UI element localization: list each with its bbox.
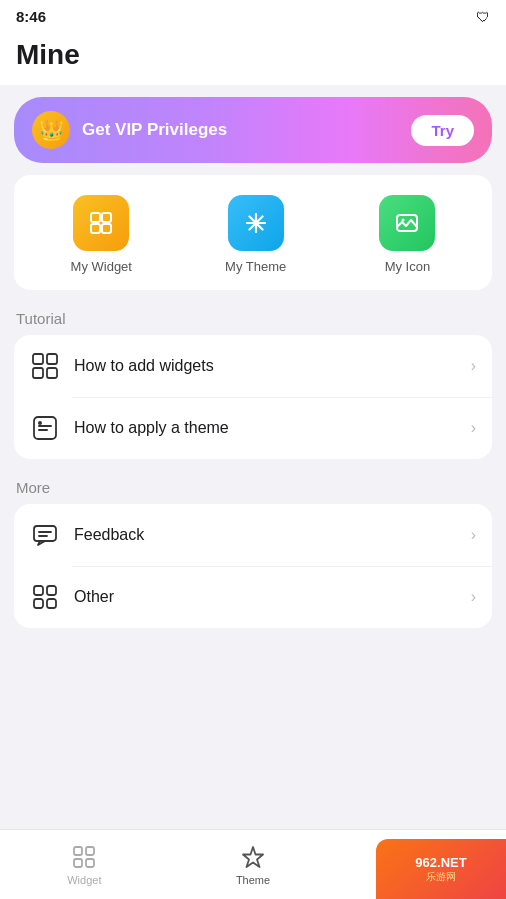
vip-banner-text: Get VIP Privileges xyxy=(82,120,399,140)
add-widgets-text: How to add widgets xyxy=(74,357,457,375)
svg-rect-21 xyxy=(34,586,43,595)
svg-rect-18 xyxy=(34,526,56,541)
svg-rect-0 xyxy=(91,213,100,222)
svg-rect-14 xyxy=(34,417,56,439)
vip-crown-icon: 👑 xyxy=(32,111,70,149)
watermark-line2: 乐游网 xyxy=(426,870,456,884)
tab-theme-icon xyxy=(240,844,266,870)
feedback-chevron: › xyxy=(471,526,476,544)
svg-rect-22 xyxy=(47,586,56,595)
theme-icon xyxy=(228,195,284,251)
svg-rect-11 xyxy=(33,368,43,378)
list-item-add-widgets[interactable]: How to add widgets › xyxy=(14,335,492,397)
svg-rect-13 xyxy=(47,368,57,378)
tab-widget[interactable]: Widget xyxy=(0,844,169,886)
widget-icon xyxy=(73,195,129,251)
tutorial-list: How to add widgets › How to apply a them… xyxy=(14,335,492,459)
other-text: Other xyxy=(74,588,457,606)
svg-rect-3 xyxy=(102,224,111,233)
watermark: 962.NET 乐游网 xyxy=(376,839,506,899)
svg-rect-12 xyxy=(47,354,57,364)
page-title-bar: Mine xyxy=(0,29,506,85)
feedback-text: Feedback xyxy=(74,526,457,544)
quick-actions-card: My Widget My Theme My Icon xyxy=(14,175,492,290)
feedback-icon xyxy=(30,520,60,550)
add-widgets-icon xyxy=(30,351,60,381)
svg-rect-26 xyxy=(86,847,94,855)
svg-rect-27 xyxy=(74,859,82,867)
svg-point-9 xyxy=(402,219,405,222)
svg-point-17 xyxy=(38,421,42,425)
quick-action-widget[interactable]: My Widget xyxy=(71,195,132,274)
list-item-apply-theme[interactable]: How to apply a theme › xyxy=(14,397,492,459)
status-bar: 8:46 🛡 xyxy=(0,0,506,29)
vip-banner[interactable]: 👑 Get VIP Privileges Try xyxy=(14,97,492,163)
svg-rect-16 xyxy=(38,429,48,431)
widget-label: My Widget xyxy=(71,259,132,274)
vip-try-button[interactable]: Try xyxy=(411,115,474,146)
svg-rect-28 xyxy=(86,859,94,867)
svg-rect-25 xyxy=(74,847,82,855)
status-time: 8:46 xyxy=(16,8,46,25)
other-chevron: › xyxy=(471,588,476,606)
tab-widget-icon xyxy=(71,844,97,870)
theme-label: My Theme xyxy=(225,259,286,274)
apply-theme-icon xyxy=(30,413,60,443)
myicon-label: My Icon xyxy=(385,259,431,274)
section-label-more: More xyxy=(0,473,506,504)
svg-rect-10 xyxy=(33,354,43,364)
quick-action-myicon[interactable]: My Icon xyxy=(379,195,435,274)
page-title: Mine xyxy=(16,39,490,71)
section-label-tutorial: Tutorial xyxy=(0,304,506,335)
other-icon xyxy=(30,582,60,612)
svg-rect-15 xyxy=(38,425,52,427)
myicon-icon xyxy=(379,195,435,251)
svg-rect-1 xyxy=(91,224,100,233)
status-icons: 🛡 xyxy=(476,9,490,25)
watermark-line1: 962.NET xyxy=(415,855,466,870)
apply-theme-text: How to apply a theme xyxy=(74,419,457,437)
shield-icon: 🛡 xyxy=(476,9,490,25)
svg-rect-23 xyxy=(34,599,43,608)
more-list: Feedback › Other › xyxy=(14,504,492,628)
svg-rect-24 xyxy=(47,599,56,608)
tab-theme[interactable]: Theme xyxy=(169,844,338,886)
list-item-feedback[interactable]: Feedback › xyxy=(14,504,492,566)
quick-action-theme[interactable]: My Theme xyxy=(225,195,286,274)
svg-rect-2 xyxy=(102,213,111,222)
svg-marker-29 xyxy=(243,847,263,867)
add-widgets-chevron: › xyxy=(471,357,476,375)
list-item-other[interactable]: Other › xyxy=(14,566,492,628)
tab-theme-label: Theme xyxy=(236,874,270,886)
apply-theme-chevron: › xyxy=(471,419,476,437)
tab-widget-label: Widget xyxy=(67,874,101,886)
